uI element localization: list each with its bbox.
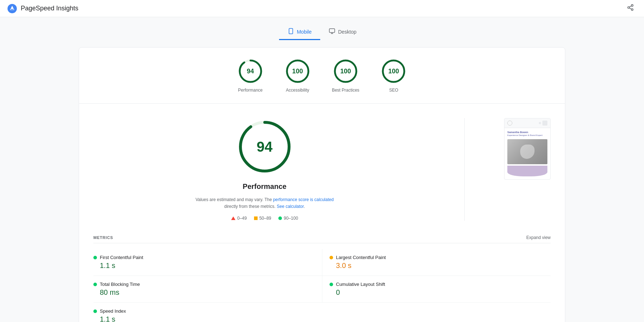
performance-subtitle: Values are estimated and may vary. The p… <box>195 196 333 210</box>
screenshot-blob <box>520 145 535 159</box>
page-content: Mobile Desktop <box>72 17 572 322</box>
accessibility-circle: 100 <box>285 58 311 84</box>
metrics-section-title: METRICS <box>93 235 113 240</box>
screenshot-site-name: Samantha Bowen <box>507 131 547 133</box>
lcp-header: Largest Contentful Paint <box>330 255 543 260</box>
svg-point-3 <box>631 9 633 10</box>
metrics-section: METRICS Expand view First Contentful Pai… <box>79 235 565 322</box>
screenshot-purple-section <box>507 166 547 176</box>
best-practices-score-value: 100 <box>340 68 351 75</box>
performance-detail-right: Samantha Bowen Experience Designer & Bra… <box>493 118 551 221</box>
accessibility-score-value: 100 <box>292 68 303 75</box>
ss-square <box>542 121 547 126</box>
fcp-dot <box>93 256 97 259</box>
si-header: Speed Index <box>93 308 308 314</box>
performance-detail-left: 94 Performance Values are estimated and … <box>93 118 436 221</box>
pass-icon <box>278 216 282 220</box>
si-dot <box>93 309 97 313</box>
performance-section: 94 Performance Values are estimated and … <box>79 104 565 235</box>
legend-fail-range: 0–49 <box>237 216 247 221</box>
fcp-name: First Contentful Paint <box>100 255 143 260</box>
average-icon <box>254 216 258 220</box>
share-button[interactable] <box>624 3 637 14</box>
pagespeed-logo-icon <box>7 4 17 14</box>
cls-dot <box>330 283 333 286</box>
svg-point-2 <box>628 7 630 9</box>
metric-item-fcp: First Contentful Paint 1.1 s <box>93 249 322 276</box>
calculator-link[interactable]: See calculator <box>277 204 303 209</box>
section-divider <box>464 118 465 221</box>
tabs-container: Mobile Desktop <box>79 24 565 40</box>
subtitle-mid: directly from these metrics. <box>224 204 275 209</box>
metric-item-cls: Cumulative Layout Shift 0 <box>322 276 551 303</box>
logo-area: PageSpeed Insights <box>7 4 78 14</box>
metric-item-tbt: Total Blocking Time 80 ms <box>93 276 322 303</box>
legend-pass-range: 90–100 <box>284 216 298 221</box>
legend-item-pass: 90–100 <box>278 216 298 221</box>
fail-icon <box>231 216 235 220</box>
performance-score-label: Performance <box>238 88 263 93</box>
big-performance-circle: 94 <box>236 118 293 175</box>
svg-point-1 <box>631 5 633 6</box>
website-screenshot: Samantha Bowen Experience Designer & Bra… <box>504 118 551 180</box>
ss-icon <box>507 121 512 126</box>
performance-circle: 94 <box>238 58 263 84</box>
mobile-tab-icon <box>288 28 294 35</box>
tbt-dot <box>93 283 97 286</box>
legend-item-fail: 0–49 <box>231 216 247 221</box>
tab-mobile[interactable]: Mobile <box>279 24 320 40</box>
cls-value: 0 <box>336 288 543 297</box>
subtitle-text: Values are estimated and may vary. The <box>195 197 272 202</box>
screenshot-header <box>504 118 550 128</box>
seo-circle: 100 <box>381 58 406 84</box>
screenshot-body: Samantha Bowen Experience Designer & Bra… <box>504 128 550 179</box>
fcp-value: 1.1 s <box>100 262 308 270</box>
best-practices-score-label: Best Practices <box>332 88 360 93</box>
performance-section-title: Performance <box>243 182 286 191</box>
seo-score-label: SEO <box>389 88 398 93</box>
accessibility-score-label: Accessibility <box>286 88 309 93</box>
app-header: PageSpeed Insights <box>0 0 644 17</box>
performance-score-value: 94 <box>247 68 254 75</box>
metrics-grid: First Contentful Paint 1.1 s Largest Con… <box>93 249 551 322</box>
mobile-tab-label: Mobile <box>297 29 312 35</box>
performance-score-link[interactable]: performance score is calculated <box>273 197 333 202</box>
app-title: PageSpeed Insights <box>21 5 78 12</box>
tbt-header: Total Blocking Time <box>93 282 308 287</box>
lcp-value: 3.0 s <box>336 262 543 270</box>
svg-line-5 <box>629 6 631 7</box>
score-item-accessibility[interactable]: 100 Accessibility <box>285 58 311 93</box>
fcp-header: First Contentful Paint <box>93 255 308 260</box>
expand-view-button[interactable]: Expand view <box>526 235 551 240</box>
seo-score-value: 100 <box>388 68 399 75</box>
tbt-name: Total Blocking Time <box>100 282 140 287</box>
desktop-tab-icon <box>329 28 335 35</box>
score-item-best-practices[interactable]: 100 Best Practices <box>332 58 360 93</box>
metric-item-lcp: Largest Contentful Paint 3.0 s <box>322 249 551 276</box>
cls-name: Cumulative Layout Shift <box>336 282 385 287</box>
si-value: 1.1 s <box>100 315 308 322</box>
metrics-header: METRICS Expand view <box>93 235 551 243</box>
score-item-seo[interactable]: 100 SEO <box>381 58 406 93</box>
best-practices-circle: 100 <box>333 58 358 84</box>
scores-row: 94 Performance 100 Accessibility <box>79 48 565 104</box>
tbt-value: 80 ms <box>100 288 308 297</box>
screenshot-tagline: Experience Designer & Brand Expert <box>507 134 547 136</box>
tab-desktop[interactable]: Desktop <box>320 24 365 40</box>
cls-header: Cumulative Layout Shift <box>330 282 543 287</box>
legend-item-average: 50–89 <box>254 216 271 221</box>
header-right <box>624 3 637 14</box>
ss-dot1 <box>539 122 541 124</box>
desktop-tab-label: Desktop <box>338 29 356 35</box>
metric-item-si: Speed Index 1.1 s <box>93 303 322 322</box>
lcp-dot <box>330 256 333 259</box>
legend-average-range: 50–89 <box>259 216 271 221</box>
si-name: Speed Index <box>100 308 126 314</box>
big-performance-score: 94 <box>257 139 273 155</box>
main-card: 94 Performance 100 Accessibility <box>79 47 565 322</box>
svg-line-4 <box>629 8 631 9</box>
lcp-name: Largest Contentful Paint <box>336 255 386 260</box>
legend-row: 0–49 50–89 90–100 <box>231 216 298 221</box>
screenshot-image <box>507 139 547 164</box>
score-item-performance[interactable]: 94 Performance <box>238 58 263 93</box>
